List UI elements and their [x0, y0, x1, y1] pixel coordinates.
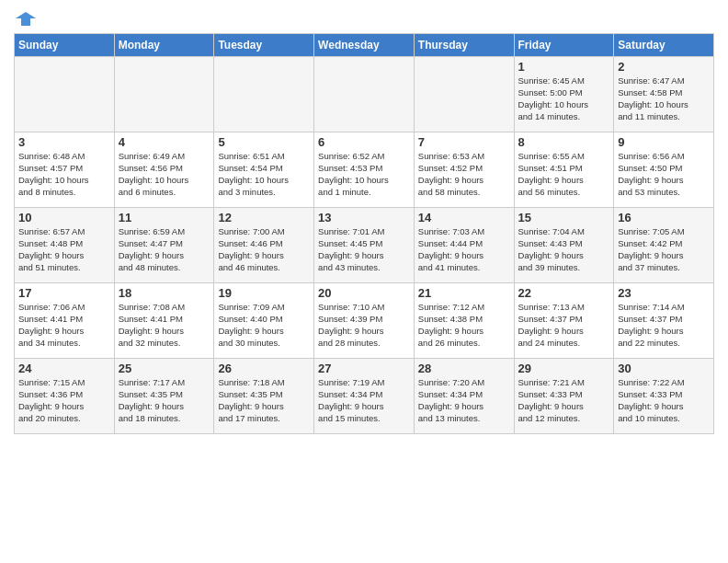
calendar-cell: 24Sunrise: 7:15 AM Sunset: 4:36 PM Dayli…: [15, 359, 115, 434]
calendar-cell: 15Sunrise: 7:04 AM Sunset: 4:43 PM Dayli…: [514, 208, 614, 283]
calendar-cell: [15, 57, 115, 132]
calendar-cell: 16Sunrise: 7:05 AM Sunset: 4:42 PM Dayli…: [614, 208, 714, 283]
day-number: 11: [119, 211, 210, 224]
day-info: Sunrise: 6:48 AM Sunset: 4:57 PM Dayligh…: [18, 151, 110, 198]
day-number: 10: [18, 211, 110, 224]
calendar-cell: 22Sunrise: 7:13 AM Sunset: 4:37 PM Dayli…: [514, 283, 614, 359]
day-info: Sunrise: 7:06 AM Sunset: 4:41 PM Dayligh…: [18, 302, 110, 349]
header: [14, 9, 714, 29]
calendar-cell: 4Sunrise: 6:49 AM Sunset: 4:56 PM Daylig…: [114, 132, 214, 208]
day-info: Sunrise: 7:08 AM Sunset: 4:41 PM Dayligh…: [119, 302, 210, 349]
day-info: Sunrise: 6:51 AM Sunset: 4:54 PM Dayligh…: [218, 151, 310, 198]
calendar-cell: 3Sunrise: 6:48 AM Sunset: 4:57 PM Daylig…: [15, 132, 115, 208]
day-number: 30: [618, 362, 710, 375]
weekday-header: Saturday: [614, 34, 714, 57]
logo: [14, 9, 38, 29]
calendar-cell: 29Sunrise: 7:21 AM Sunset: 4:33 PM Dayli…: [514, 359, 614, 434]
day-info: Sunrise: 7:22 AM Sunset: 4:33 PM Dayligh…: [618, 377, 710, 424]
day-info: Sunrise: 7:21 AM Sunset: 4:33 PM Dayligh…: [518, 377, 610, 424]
calendar-week-row: 17Sunrise: 7:06 AM Sunset: 4:41 PM Dayli…: [15, 283, 714, 359]
day-number: 19: [218, 286, 310, 300]
day-info: Sunrise: 7:13 AM Sunset: 4:37 PM Dayligh…: [518, 302, 610, 349]
day-number: 28: [418, 362, 510, 375]
day-info: Sunrise: 6:52 AM Sunset: 4:53 PM Dayligh…: [318, 151, 410, 198]
calendar-cell: 5Sunrise: 6:51 AM Sunset: 4:54 PM Daylig…: [214, 132, 314, 208]
calendar-cell: [114, 57, 214, 132]
weekday-header: Thursday: [414, 34, 514, 57]
day-info: Sunrise: 6:49 AM Sunset: 4:56 PM Dayligh…: [119, 151, 210, 198]
weekday-header: Sunday: [15, 34, 115, 57]
calendar-cell: [414, 57, 514, 132]
calendar-cell: [314, 57, 415, 132]
day-info: Sunrise: 6:57 AM Sunset: 4:48 PM Dayligh…: [18, 226, 110, 273]
weekday-header: Monday: [114, 34, 214, 57]
weekday-header: Friday: [514, 34, 614, 57]
day-number: 5: [218, 135, 310, 149]
calendar-cell: 30Sunrise: 7:22 AM Sunset: 4:33 PM Dayli…: [614, 359, 714, 434]
day-info: Sunrise: 7:20 AM Sunset: 4:34 PM Dayligh…: [418, 377, 510, 424]
day-info: Sunrise: 7:09 AM Sunset: 4:40 PM Dayligh…: [218, 302, 310, 349]
day-number: 1: [518, 60, 610, 74]
day-info: Sunrise: 6:56 AM Sunset: 4:50 PM Dayligh…: [618, 151, 710, 198]
day-info: Sunrise: 7:12 AM Sunset: 4:38 PM Dayligh…: [418, 302, 510, 349]
calendar-cell: 21Sunrise: 7:12 AM Sunset: 4:38 PM Dayli…: [414, 283, 514, 359]
day-number: 6: [318, 135, 410, 149]
day-info: Sunrise: 7:18 AM Sunset: 4:35 PM Dayligh…: [218, 377, 310, 424]
weekday-header: Wednesday: [314, 34, 415, 57]
calendar-cell: 13Sunrise: 7:01 AM Sunset: 4:45 PM Dayli…: [314, 208, 415, 283]
calendar-cell: 9Sunrise: 6:56 AM Sunset: 4:50 PM Daylig…: [614, 132, 714, 208]
day-number: 12: [218, 211, 310, 224]
day-number: 26: [218, 362, 310, 375]
logo-bird-icon: [16, 9, 36, 29]
calendar-week-row: 24Sunrise: 7:15 AM Sunset: 4:36 PM Dayli…: [15, 359, 714, 434]
day-info: Sunrise: 7:05 AM Sunset: 4:42 PM Dayligh…: [618, 226, 710, 273]
calendar-cell: 11Sunrise: 6:59 AM Sunset: 4:47 PM Dayli…: [114, 208, 214, 283]
day-number: 13: [318, 211, 410, 224]
calendar-cell: 20Sunrise: 7:10 AM Sunset: 4:39 PM Dayli…: [314, 283, 415, 359]
day-number: 23: [618, 286, 710, 300]
calendar-cell: 2Sunrise: 6:47 AM Sunset: 4:58 PM Daylig…: [614, 57, 714, 132]
calendar-cell: 17Sunrise: 7:06 AM Sunset: 4:41 PM Dayli…: [15, 283, 115, 359]
day-number: 3: [18, 135, 110, 149]
day-info: Sunrise: 6:55 AM Sunset: 4:51 PM Dayligh…: [518, 151, 610, 198]
day-number: 15: [518, 211, 610, 224]
day-info: Sunrise: 7:14 AM Sunset: 4:37 PM Dayligh…: [618, 302, 710, 349]
day-number: 29: [518, 362, 610, 375]
calendar-week-row: 10Sunrise: 6:57 AM Sunset: 4:48 PM Dayli…: [15, 208, 714, 283]
calendar-cell: 8Sunrise: 6:55 AM Sunset: 4:51 PM Daylig…: [514, 132, 614, 208]
day-number: 18: [119, 286, 210, 300]
day-info: Sunrise: 7:03 AM Sunset: 4:44 PM Dayligh…: [418, 226, 510, 273]
day-number: 24: [18, 362, 110, 375]
calendar-cell: 23Sunrise: 7:14 AM Sunset: 4:37 PM Dayli…: [614, 283, 714, 359]
day-number: 17: [18, 286, 110, 300]
calendar-cell: 14Sunrise: 7:03 AM Sunset: 4:44 PM Dayli…: [414, 208, 514, 283]
day-info: Sunrise: 6:53 AM Sunset: 4:52 PM Dayligh…: [418, 151, 510, 198]
calendar-cell: 18Sunrise: 7:08 AM Sunset: 4:41 PM Dayli…: [114, 283, 214, 359]
day-info: Sunrise: 7:17 AM Sunset: 4:35 PM Dayligh…: [119, 377, 210, 424]
day-number: 27: [318, 362, 410, 375]
calendar-week-row: 3Sunrise: 6:48 AM Sunset: 4:57 PM Daylig…: [15, 132, 714, 208]
day-number: 22: [518, 286, 610, 300]
day-number: 4: [119, 135, 210, 149]
day-number: 14: [418, 211, 510, 224]
calendar-table: SundayMondayTuesdayWednesdayThursdayFrid…: [14, 33, 714, 434]
day-number: 7: [418, 135, 510, 149]
svg-marker-0: [16, 12, 36, 26]
day-info: Sunrise: 7:10 AM Sunset: 4:39 PM Dayligh…: [318, 302, 410, 349]
weekday-header: Tuesday: [214, 34, 314, 57]
calendar-cell: 1Sunrise: 6:45 AM Sunset: 5:00 PM Daylig…: [514, 57, 614, 132]
calendar-week-row: 1Sunrise: 6:45 AM Sunset: 5:00 PM Daylig…: [15, 57, 714, 132]
calendar-cell: [214, 57, 314, 132]
day-number: 16: [618, 211, 710, 224]
calendar-cell: 6Sunrise: 6:52 AM Sunset: 4:53 PM Daylig…: [314, 132, 415, 208]
calendar-container: SundayMondayTuesdayWednesdayThursdayFrid…: [0, 0, 728, 443]
calendar-cell: 25Sunrise: 7:17 AM Sunset: 4:35 PM Dayli…: [114, 359, 214, 434]
day-info: Sunrise: 7:19 AM Sunset: 4:34 PM Dayligh…: [318, 377, 410, 424]
day-number: 8: [518, 135, 610, 149]
day-number: 2: [618, 60, 710, 74]
day-info: Sunrise: 7:00 AM Sunset: 4:46 PM Dayligh…: [218, 226, 310, 273]
calendar-cell: 27Sunrise: 7:19 AM Sunset: 4:34 PM Dayli…: [314, 359, 415, 434]
day-number: 9: [618, 135, 710, 149]
calendar-cell: 19Sunrise: 7:09 AM Sunset: 4:40 PM Dayli…: [214, 283, 314, 359]
day-number: 20: [318, 286, 410, 300]
